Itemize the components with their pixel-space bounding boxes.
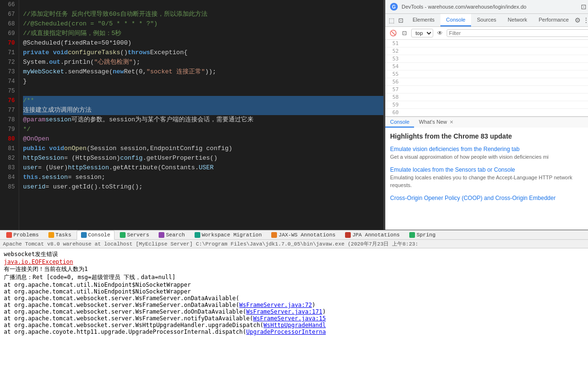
- code-line: /**: [23, 96, 383, 106]
- code-line: @Scheduled(fixedRate=50*1000): [23, 38, 383, 48]
- problems-icon: [6, 232, 12, 238]
- code-token: = (User): [38, 163, 68, 173]
- code-token: .: [38, 173, 42, 182]
- console-line: at org.apache.tomcat.websocket.server.Ws…: [4, 315, 584, 322]
- filter-toggle-btn[interactable]: ⊡: [400, 28, 409, 38]
- whats-new-panel: Highlights from the Chrome 83 update Emu…: [385, 128, 588, 230]
- stack-trace-link[interactable]: WsHttpUpgradeHandl: [264, 322, 326, 328]
- eclipse-tab-label: Console: [88, 232, 110, 238]
- code-token: httpSession: [23, 153, 64, 163]
- eclipse-tab-console[interactable]: Console: [77, 230, 115, 240]
- code-token: //或直接指定时间间隔，例如：5秒: [23, 29, 121, 38]
- code-token: USER: [199, 163, 214, 173]
- stack-trace-link[interactable]: WsFrameServer.java:72: [239, 302, 312, 308]
- eclipse-tab-search[interactable]: Search: [154, 230, 189, 239]
- feature-link[interactable]: Emulate locales from the Sensors tab or …: [390, 166, 588, 173]
- bottom-tab-whatsnew[interactable]: What's New ✕: [414, 117, 458, 128]
- tab-elements[interactable]: Elements: [407, 14, 440, 26]
- console-line-num: 54: [385, 63, 588, 70]
- responsive-icon[interactable]: ⊡: [397, 15, 405, 26]
- line-number: 76: [4, 96, 15, 106]
- eclipse-tab-migration[interactable]: Workspace Migration: [190, 230, 266, 239]
- eye-btn[interactable]: 👁: [435, 28, 445, 38]
- console-line-num: 56: [385, 78, 588, 86]
- code-token: session: [42, 173, 68, 182]
- chrome-favicon: G: [390, 3, 398, 11]
- eclipse-tab-tasks[interactable]: Tasks: [44, 230, 76, 239]
- console-line: at org.apache.coyote.http11.upgrade.Upgr…: [4, 328, 584, 335]
- code-line: [23, 0, 383, 10]
- undock-icon[interactable]: ⊡: [581, 3, 587, 11]
- eclipse-console-output: websocket发生错误java.io.EOFException有一连接关闭！…: [0, 248, 588, 387]
- console-line-num: 55: [385, 70, 588, 78]
- console-line-num: 58: [385, 94, 588, 101]
- code-line: }: [23, 77, 383, 86]
- line-number: 72: [4, 58, 15, 67]
- eclipse-tab-spring[interactable]: Spring: [405, 230, 440, 239]
- inspect-icon[interactable]: ⬚: [387, 15, 396, 26]
- eclipse-tab-label: Servers: [127, 232, 149, 238]
- console-line: at org.apache.tomcat.websocket.server.Ws…: [4, 302, 584, 308]
- line-number: 79: [4, 125, 15, 134]
- code-line: this.session = session;: [23, 173, 383, 182]
- line-number: 80: [4, 134, 15, 144]
- devtools-bottom-tabs: Console What's New ✕: [385, 117, 588, 128]
- code-line: public void onOpen(Session session,Endpo…: [23, 144, 383, 153]
- code-token: private void: [23, 48, 68, 58]
- code-token: System.: [23, 58, 49, 67]
- console-line-num: 57: [385, 86, 588, 94]
- code-line: user = (User) httpSession.getAttribute(C…: [23, 163, 383, 173]
- devtools-title: DevTools - warehouse.com/warehouse/login…: [402, 4, 526, 10]
- code-token: = user.getId().toString();: [46, 182, 143, 192]
- code-token: onOpen: [64, 144, 87, 153]
- code-line: //添加定时任务 反向代理导致60s自动断开连接，所以添加此方法: [23, 10, 383, 19]
- tab-console[interactable]: Console: [440, 14, 471, 26]
- more-icon[interactable]: ⋮: [583, 16, 588, 24]
- code-token: session: [46, 115, 72, 125]
- eclipse-tab-jaxws[interactable]: JAX-WS Annotations: [267, 230, 340, 239]
- line-number: 74: [4, 77, 15, 86]
- devtools-panel: G DevTools - warehouse.com/warehouse/log…: [385, 0, 588, 230]
- code-token: Ret(0,: [124, 67, 147, 77]
- error-link[interactable]: java.io.EOFException: [4, 258, 73, 265]
- code-token: @Scheduled(fixedRate=50*1000): [23, 38, 131, 48]
- context-select[interactable]: top: [411, 29, 433, 37]
- code-token: throws: [127, 48, 150, 58]
- code-lines: //添加定时任务 反向代理导致60s自动断开连接，所以添加此方法 //@Sche…: [19, 0, 383, 230]
- feature-link[interactable]: Emulate vision deficiencies from the Ren…: [390, 146, 588, 152]
- eclipse-tab-label: Problems: [13, 232, 39, 238]
- code-panel: 6667686970717273747576777879808182838485…: [0, 0, 383, 230]
- code-token: .sendMessage(: [64, 67, 113, 77]
- stack-trace-link[interactable]: UpgradeProcessorInterna: [246, 328, 326, 335]
- line-number: 67: [4, 10, 15, 19]
- console-line: at org.apache.tomcat.websocket.server.Ws…: [4, 295, 584, 302]
- stack-trace-link[interactable]: WsFrameServer.java:15: [253, 315, 326, 322]
- whatsnew-close[interactable]: ✕: [450, 119, 453, 125]
- bottom-tab-console[interactable]: Console: [385, 117, 414, 128]
- line-number: 68: [4, 19, 15, 29]
- filter-input[interactable]: [447, 29, 588, 37]
- tab-performance[interactable]: Performance: [533, 14, 575, 26]
- jpa-icon: [345, 232, 351, 238]
- code-token: */: [23, 125, 31, 134]
- eclipse-tab-servers[interactable]: Servers: [115, 230, 153, 239]
- code-line: userid = user.getId().toString();: [23, 182, 383, 192]
- code-token: = session;: [68, 173, 105, 182]
- clear-console-btn[interactable]: 🚫: [388, 28, 398, 38]
- feature-link[interactable]: Cross-Origin Opener Policy (COOP) and Cr…: [390, 195, 588, 201]
- eclipse-tab-jpa[interactable]: JPA Annotations: [341, 230, 404, 239]
- code-line: //@Scheduled(cron = "0/5 * * * * ?"): [23, 19, 383, 29]
- settings-icon[interactable]: ⚙: [575, 16, 581, 24]
- code-token: this: [23, 173, 38, 182]
- console-line: at org.apache.tomcat.websocket.server.Ws…: [4, 308, 584, 315]
- tab-network[interactable]: Network: [502, 14, 533, 26]
- tab-sources[interactable]: Sources: [471, 14, 502, 26]
- eclipse-tab-problems[interactable]: Problems: [2, 230, 43, 239]
- stack-trace-link[interactable]: WsFrameServer.java:171: [246, 308, 323, 315]
- eclipse-tab-label: JAX-WS Annotations: [278, 232, 335, 238]
- code-token: );: [133, 58, 140, 67]
- code-token: /**: [23, 96, 34, 106]
- feature-desc: Get a visual approximation of how people…: [390, 153, 588, 161]
- eclipse-bottom-area: ProblemsTasksConsoleServersSearchWorkspa…: [0, 230, 588, 387]
- devtools-toolbar: 🚫 ⊡ top 👁: [385, 27, 588, 40]
